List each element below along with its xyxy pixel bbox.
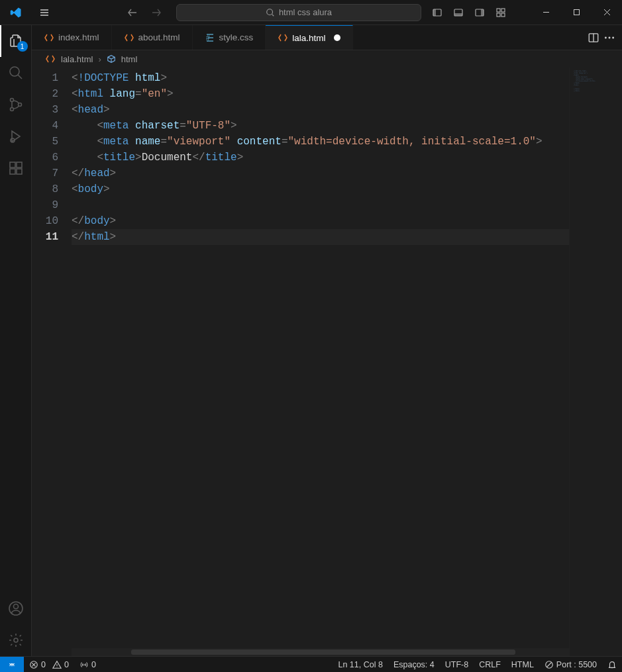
activity-explorer[interactable]: 1 [0,25,32,57]
minimize-button[interactable] [531,0,561,25]
svg-point-28 [612,36,614,38]
nav-back-button[interactable] [123,3,142,22]
titlebar: html css alura [0,0,622,25]
block-icon [544,660,554,669]
split-editor-button[interactable] [588,32,599,44]
activity-search[interactable] [0,57,32,89]
more-actions-button[interactable] [603,32,615,44]
status-indentation[interactable]: Espaços: 4 [388,660,440,669]
activity-settings[interactable] [0,624,32,656]
svg-point-27 [609,36,611,38]
html-file-icon [44,32,54,43]
svg-point-26 [605,36,607,38]
svg-text:#: # [206,34,210,42]
command-center-search[interactable]: html css alura [176,4,421,21]
svg-rect-8 [501,9,505,12]
status-eol[interactable]: CRLF [474,660,506,669]
svg-rect-17 [10,162,15,168]
status-encoding[interactable]: UTF-8 [440,660,474,669]
maximize-button[interactable] [561,0,592,25]
code-line[interactable]: <head> [72,102,569,118]
horizontal-scrollbar[interactable] [72,648,569,656]
error-icon [29,660,38,669]
tab-style-css[interactable]: #style.css [193,25,266,50]
minimap[interactable]: <!DOCTYPE html> <html lang="en"> <head> … [569,68,622,656]
code-line[interactable]: <meta charset="UTF-8"> [72,118,569,134]
code-editor[interactable]: 1234567891011 <!DOCTYPE html><html lang=… [32,68,569,656]
toggle-primary-sidebar-button[interactable] [428,3,446,22]
status-problems[interactable]: 0 0 [24,657,74,672]
status-notifications[interactable] [602,660,622,669]
toggle-panel-button[interactable] [449,3,468,22]
code-line[interactable]: <html lang="en"> [72,86,569,102]
svg-point-0 [267,9,273,15]
svg-point-12 [10,67,19,76]
editor-area: index.htmlabout.html#style.csslala.html … [32,25,622,656]
activity-source-control[interactable] [0,89,32,120]
tab-label: style.css [219,32,254,42]
status-language[interactable]: HTML [506,660,539,669]
tab-label: index.html [58,32,99,42]
activity-accounts[interactable] [0,593,32,624]
status-cursor-position[interactable]: Ln 11, Col 8 [333,660,388,669]
code-body[interactable]: <!DOCTYPE html><html lang="en"><head> <m… [72,68,569,656]
line-number: 5 [32,134,72,150]
breadcrumb-symbol: html [121,54,138,64]
tab-index-html[interactable]: index.html [32,25,112,50]
code-line[interactable]: </head> [72,166,569,181]
breadcrumb[interactable]: lala.html › html [32,50,622,68]
tab-lala-html[interactable]: lala.html [266,25,352,50]
line-number: 10 [32,213,72,229]
menu-button[interactable] [32,0,57,24]
customize-layout-button[interactable] [492,3,510,22]
box-icon [107,54,116,64]
line-number: 2 [32,86,72,102]
line-number: 6 [32,150,72,166]
svg-rect-20 [17,162,22,168]
code-line[interactable]: <body> [72,181,569,197]
css-file-icon: # [205,32,215,43]
code-line[interactable]: </html> [72,229,569,245]
activity-run-debug[interactable] [0,120,32,152]
tab-about-html[interactable]: about.html [112,25,193,50]
svg-rect-2 [433,9,436,16]
code-line[interactable]: <meta name="viewport" content="width=dev… [72,134,569,150]
svg-rect-19 [17,169,22,174]
tab-label: about.html [138,32,180,42]
warning-icon [52,660,62,669]
dirty-indicator-icon [334,34,340,41]
svg-rect-11 [574,10,579,15]
svg-rect-18 [10,169,15,174]
status-ports[interactable]: 0 [74,657,101,672]
code-line[interactable]: </body> [72,213,569,229]
status-live-server[interactable]: Port : 5500 [539,660,602,669]
line-number: 8 [32,181,72,197]
html-file-icon [124,32,134,43]
svg-rect-4 [454,13,462,16]
svg-rect-7 [497,9,500,12]
tab-label: lala.html [292,33,325,43]
search-icon [266,8,275,17]
html-file-icon [278,32,288,43]
code-line[interactable]: <!DOCTYPE html> [72,70,569,86]
svg-point-22 [13,604,18,609]
svg-rect-10 [501,13,505,17]
status-bar: 0 0 0 Ln 11, Col 8 Espaços: 4 UTF-8 CRLF… [0,656,622,672]
code-line[interactable]: <title>Document</title> [72,150,569,166]
line-number: 1 [32,70,72,86]
activity-extensions[interactable] [0,152,32,184]
breadcrumb-file: lala.html [61,54,93,64]
line-number: 4 [32,118,72,134]
close-button[interactable] [592,0,622,25]
toggle-secondary-sidebar-button[interactable] [470,3,489,22]
svg-rect-9 [497,13,500,17]
search-text: html css alura [279,7,332,17]
svg-point-30 [83,664,85,665]
radio-tower-icon [79,660,89,669]
remote-button[interactable] [0,657,24,672]
svg-point-15 [18,103,21,107]
nav-forward-button[interactable] [147,3,166,22]
chevron-right-icon: › [98,54,101,64]
svg-rect-6 [481,9,484,16]
code-line[interactable] [72,197,569,213]
